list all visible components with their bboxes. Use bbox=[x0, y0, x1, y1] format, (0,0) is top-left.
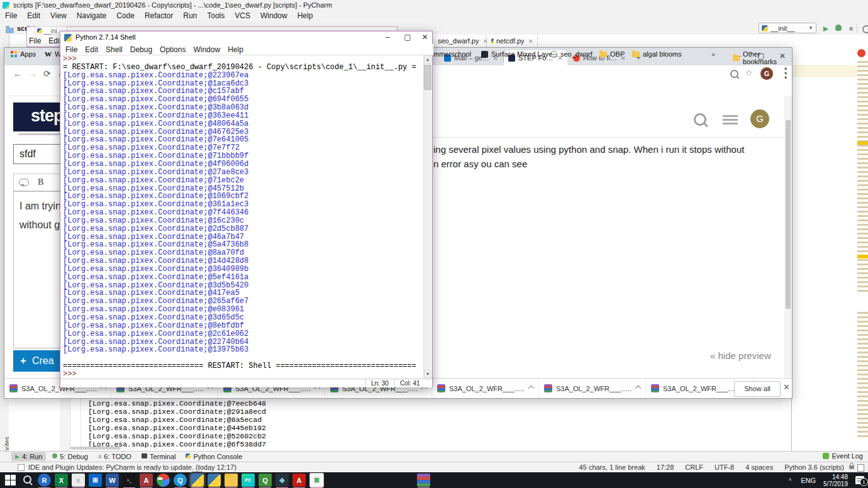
minimize-button[interactable]: – bbox=[378, 31, 397, 44]
forum-avatar[interactable]: G bbox=[750, 109, 769, 128]
taskbar-clock[interactable]: 14:48 5/7/2019 bbox=[823, 474, 848, 487]
hamburger-menu-icon[interactable] bbox=[723, 115, 738, 125]
language-indicator[interactable]: ENG bbox=[801, 477, 816, 484]
menu-item[interactable]: File bbox=[29, 36, 41, 45]
tray-expand-icon[interactable]: ＾ bbox=[787, 476, 793, 485]
indent-guide-icon[interactable] bbox=[857, 464, 864, 472]
ms-store-icon[interactable]: ⊞ bbox=[89, 474, 102, 487]
tool-button-todo[interactable]: ≡6: TODO bbox=[94, 452, 135, 461]
pycharm-menu-item[interactable]: File bbox=[0, 11, 22, 20]
start-button[interactable] bbox=[4, 474, 17, 487]
acrobat-icon[interactable]: A bbox=[292, 474, 306, 487]
lock-icon[interactable] bbox=[849, 465, 854, 469]
tool-button-python-console[interactable]: Python Console bbox=[182, 452, 246, 461]
shell-menu-item[interactable]: File bbox=[62, 45, 81, 54]
tool-button-run[interactable]: ▶4: Run bbox=[11, 452, 46, 461]
tab-netcdf-py[interactable]: netcdf.py ✕ bbox=[487, 35, 538, 47]
chevron-up-icon[interactable] bbox=[528, 385, 535, 392]
tool-button-debug[interactable]: 5: Debug bbox=[48, 452, 92, 461]
forum-search-icon[interactable] bbox=[694, 113, 706, 126]
search-everywhere-button[interactable] bbox=[860, 23, 868, 33]
maximize-button[interactable]: ▢ bbox=[398, 31, 417, 44]
bookmark-summerschool[interactable]: mmerschool bbox=[433, 50, 471, 58]
status-widget[interactable]: 17:28 bbox=[657, 463, 674, 471]
download-item[interactable]: S3A_OL_2_WFR___....zip bbox=[539, 379, 646, 398]
bookmark-folder-algal-blooms[interactable]: algal blooms bbox=[632, 50, 682, 58]
event-log-button[interactable]: Event Log bbox=[823, 452, 863, 460]
shell-menu-item[interactable]: Window bbox=[189, 45, 224, 54]
shell-output-area[interactable]: >>> = RESTART: F:\seo_dwarf\seo_dwarf_20… bbox=[63, 55, 421, 377]
background-browser-window[interactable] bbox=[791, 47, 868, 451]
bookmark-star-icon[interactable]: ☆ bbox=[745, 68, 753, 77]
console-hscrollbar[interactable] bbox=[70, 446, 121, 450]
other-bookmarks-folder[interactable]: Other bookmarks bbox=[733, 50, 792, 65]
shell-titlebar[interactable]: Python 2.7.14 Shell – ▢ ✕ bbox=[60, 31, 432, 44]
close-downloads-icon[interactable]: ✕ bbox=[783, 382, 790, 392]
pycharm-menu-item[interactable]: Edit bbox=[22, 11, 45, 20]
scrollbar-thumb[interactable] bbox=[424, 65, 431, 90]
taskbar-search-icon[interactable] bbox=[21, 474, 34, 487]
scroll-down-icon[interactable]: ▼ bbox=[424, 370, 431, 378]
pycharm-menu-item[interactable]: Refactor bbox=[140, 11, 178, 20]
close-icon[interactable]: ✕ bbox=[528, 38, 533, 45]
bookmarks-overflow-button[interactable]: » bbox=[711, 50, 715, 58]
bookmark-folder-obp[interactable]: OBP bbox=[599, 50, 625, 58]
run-configuration-select[interactable]: __init__ ▼ bbox=[759, 23, 816, 33]
notes-icon[interactable]: ≡ bbox=[72, 474, 85, 487]
shell-menu-item[interactable]: Help bbox=[224, 45, 247, 54]
download-item[interactable]: S3A_OL_2_WFR___....zip bbox=[432, 379, 539, 398]
reload-button[interactable]: ⟳ bbox=[43, 69, 51, 79]
shell-menu-item[interactable]: Options bbox=[156, 45, 189, 54]
shell-menu-item[interactable]: Debug bbox=[126, 45, 156, 54]
show-all-downloads-button[interactable]: Show all bbox=[734, 381, 781, 397]
run-button[interactable]: ▶ bbox=[821, 23, 831, 33]
bookmark-surface-mixed-layer[interactable]: Surface Mixed Laye... bbox=[481, 50, 558, 58]
debug-button[interactable] bbox=[833, 23, 843, 33]
zoom-icon[interactable] bbox=[730, 70, 738, 78]
pycharm-menu-item[interactable]: VCS bbox=[230, 11, 255, 20]
qgis-icon[interactable]: Q bbox=[259, 474, 272, 487]
pycharm-menu-item[interactable]: Run bbox=[178, 11, 202, 20]
back-button[interactable]: ← bbox=[13, 69, 22, 79]
stop-button[interactable]: ■ bbox=[846, 23, 856, 33]
page-scrollbar[interactable] bbox=[784, 96, 792, 398]
status-widget[interactable]: CRLF bbox=[685, 463, 703, 471]
shell-menu-item[interactable]: Shell bbox=[102, 45, 126, 54]
profile-avatar[interactable]: G bbox=[760, 67, 773, 80]
forward-button[interactable]: → bbox=[28, 69, 37, 79]
rstudio-icon[interactable]: R bbox=[38, 474, 51, 487]
tool-button-terminal[interactable]: Terminal bbox=[138, 452, 180, 461]
cmd-icon[interactable]: >_ bbox=[123, 474, 136, 487]
scroll-up-icon[interactable]: ▲ bbox=[424, 55, 431, 64]
status-widget[interactable]: 45 chars, 1 line break bbox=[579, 463, 645, 471]
pycharm-icon[interactable]: PC bbox=[242, 474, 255, 487]
close-button[interactable]: ✕ bbox=[418, 31, 432, 44]
chrome-menu-icon[interactable]: ••• bbox=[783, 67, 788, 80]
pycharm-menu-item[interactable]: Navigate bbox=[72, 11, 111, 20]
python-app-icon[interactable] bbox=[208, 474, 221, 487]
word-icon[interactable]: W bbox=[106, 474, 119, 487]
quote-icon[interactable] bbox=[19, 179, 29, 186]
tab-seo-dwarf-py[interactable]: seo_dwarf.py ✕ bbox=[431, 35, 487, 47]
pycharm-menu-item[interactable]: View bbox=[45, 11, 72, 20]
pycharm-menu-item[interactable]: Tools bbox=[202, 11, 230, 20]
blue-search-app-icon[interactable]: Q bbox=[174, 474, 187, 487]
shell-scrollbar[interactable]: ▲ ▼ bbox=[423, 55, 431, 378]
pycharm-menu-item[interactable]: Code bbox=[111, 11, 140, 20]
chevron-up-icon[interactable] bbox=[635, 385, 642, 392]
status-widget[interactable]: 4 spaces bbox=[745, 463, 773, 471]
pycharm-menu-item[interactable]: Help bbox=[292, 11, 318, 20]
pycharm-menu-item[interactable]: Window bbox=[255, 11, 292, 20]
status-widget[interactable]: UTF-8 bbox=[715, 463, 734, 471]
status-widget[interactable]: Python 3.6 (scripts) bbox=[784, 463, 844, 471]
file-explorer-icon[interactable] bbox=[225, 474, 238, 487]
apps-shortcut[interactable]: Apps bbox=[11, 50, 36, 58]
excel-icon[interactable]: X bbox=[55, 474, 68, 487]
access-icon[interactable]: A bbox=[140, 474, 153, 487]
bookmark-seo-dwarf[interactable]: seo_dwarf bbox=[550, 50, 593, 58]
green-file-app-icon[interactable]: ≣ bbox=[309, 473, 324, 487]
python-app-icon-active[interactable] bbox=[191, 474, 204, 487]
shell-menu-item[interactable]: Edit bbox=[81, 45, 102, 54]
status-message[interactable]: IDE and Plugin Updates: PyCharm is ready… bbox=[28, 463, 236, 471]
scrollbar-thumb[interactable] bbox=[786, 120, 791, 309]
